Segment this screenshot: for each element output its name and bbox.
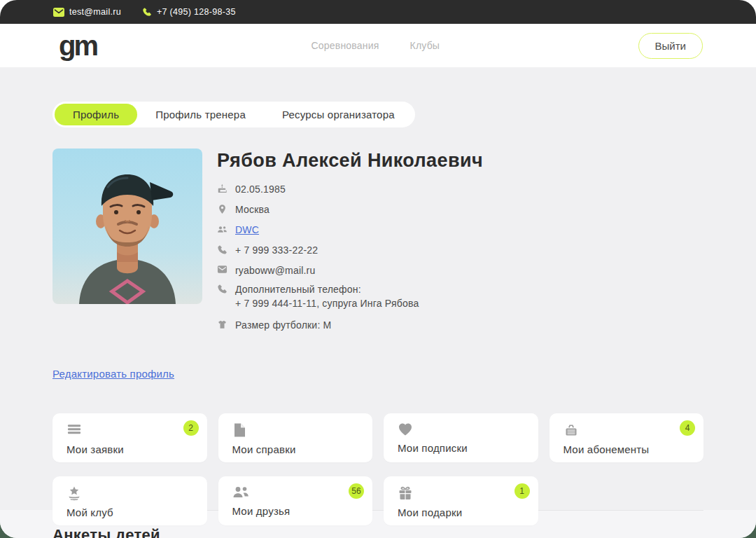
location-pin-icon bbox=[217, 203, 227, 217]
detail-city: Москва bbox=[217, 203, 483, 217]
card-my-friends[interactable]: Мои друзья 56 bbox=[218, 476, 373, 525]
tab-coach-profile[interactable]: Профиль тренера bbox=[137, 104, 264, 125]
detail-birth-date: 02.05.1985 bbox=[217, 183, 483, 197]
card-badge: 4 bbox=[680, 420, 695, 436]
detail-phone: + 7 999 333-22-22 bbox=[217, 244, 483, 258]
card-badge: 2 bbox=[183, 420, 199, 436]
main-nav: Соревнования Клубы bbox=[312, 40, 440, 51]
extra-phone-value: + 7 999 444-11-11, супруга Инга Рябова bbox=[235, 297, 419, 310]
topbar-email-text: test@mail.ru bbox=[69, 7, 121, 17]
nav-item-clubs[interactable]: Клубы bbox=[410, 40, 440, 51]
birth-date-text: 02.05.1985 bbox=[235, 183, 286, 195]
club-link[interactable]: DWC bbox=[235, 223, 259, 236]
extra-phone-block: Дополнительный телефон: + 7 999 444-11-1… bbox=[235, 283, 419, 311]
edit-profile-link[interactable]: Редактировать профиль bbox=[52, 368, 174, 380]
nav-item-competitions[interactable]: Соревнования bbox=[312, 40, 379, 51]
card-label: Мои подарки bbox=[398, 506, 524, 518]
envelope-icon bbox=[53, 8, 64, 17]
header: gm Соревнования Клубы Выйти bbox=[0, 24, 756, 67]
detail-club: DWC bbox=[217, 223, 483, 237]
card-label: Мой клуб bbox=[66, 506, 193, 518]
logo[interactable]: gm bbox=[59, 32, 97, 60]
logout-button[interactable]: Выйти bbox=[638, 33, 703, 59]
topbar-email-link[interactable]: test@mail.ru bbox=[53, 7, 121, 17]
profile-section: Рябов Алексей Николаевич 02.05.1985 Моск… bbox=[52, 149, 704, 339]
tab-organizer-resources[interactable]: Ресурсы организатора bbox=[264, 104, 413, 125]
main-content: Профиль Профиль тренера Ресурсы организа… bbox=[0, 67, 756, 510]
detail-extra-phone: Дополнительный телефон: + 7 999 444-11-1… bbox=[217, 283, 483, 312]
envelope-icon bbox=[217, 264, 227, 277]
card-label: Мои абонементы bbox=[564, 443, 690, 455]
card-label: Мои заявки bbox=[66, 443, 193, 455]
topbar-phone-text: +7 (495) 128-98-35 bbox=[157, 7, 236, 17]
card-my-applications[interactable]: Мои заявки 2 bbox=[52, 413, 207, 462]
detail-email: ryaboww@mail.ru bbox=[217, 264, 483, 277]
gift-icon bbox=[398, 485, 524, 501]
extra-phone-label: Дополнительный телефон: bbox=[235, 283, 419, 296]
detail-tshirt: Размер футболки: M bbox=[217, 319, 483, 333]
phone-text: + 7 999 333-22-22 bbox=[235, 244, 318, 256]
card-my-season-tickets[interactable]: Мои абонементы 4 bbox=[550, 413, 704, 462]
tshirt-size-text: Размер футболки: M bbox=[235, 319, 331, 331]
profile-photo bbox=[52, 149, 202, 304]
city-text: Москва bbox=[235, 203, 270, 216]
phone-icon bbox=[217, 244, 227, 258]
profile-cards: Мои заявки 2 Мои справки Мои подписки Мо… bbox=[52, 413, 704, 525]
app-window: test@mail.ru +7 (495) 128-98-35 gm Сорев… bbox=[0, 0, 756, 538]
card-label: Мои справки bbox=[232, 443, 359, 455]
profile-details: 02.05.1985 Москва DWC + 7 999 333-2 bbox=[217, 183, 483, 333]
team-icon bbox=[217, 223, 227, 237]
profile-info: Рябов Алексей Николаевич 02.05.1985 Моск… bbox=[217, 149, 483, 339]
phone-icon bbox=[142, 7, 152, 17]
children-section-title: Анкеты детей bbox=[52, 526, 704, 538]
card-label: Мои подписки bbox=[398, 442, 524, 454]
card-my-club[interactable]: Мой клуб bbox=[52, 476, 207, 525]
profile-tabs: Профиль Профиль тренера Ресурсы организа… bbox=[52, 102, 415, 127]
birthday-cake-icon bbox=[217, 183, 227, 197]
card-my-subscriptions[interactable]: Мои подписки bbox=[384, 413, 538, 462]
card-badge: 1 bbox=[514, 483, 530, 499]
topbar: test@mail.ru +7 (495) 128-98-35 bbox=[0, 0, 756, 24]
page: test@mail.ru +7 (495) 128-98-35 gm Сорев… bbox=[0, 0, 756, 538]
card-my-gifts[interactable]: Мои подарки 1 bbox=[384, 476, 538, 525]
card-my-certificates[interactable]: Мои справки bbox=[218, 413, 373, 462]
friends-icon bbox=[232, 485, 359, 499]
topbar-phone-link[interactable]: +7 (495) 128-98-35 bbox=[142, 7, 236, 17]
list-icon bbox=[66, 422, 193, 438]
email-text: ryaboww@mail.ru bbox=[235, 264, 315, 277]
heart-icon bbox=[398, 422, 524, 436]
card-badge: 56 bbox=[349, 483, 364, 499]
season-ticket-icon bbox=[564, 422, 690, 438]
card-label: Мои друзья bbox=[232, 505, 359, 517]
document-icon bbox=[232, 422, 359, 438]
club-star-icon bbox=[66, 485, 193, 501]
profile-name: Рябов Алексей Николаевич bbox=[217, 150, 483, 172]
tshirt-icon bbox=[217, 319, 227, 333]
tab-profile[interactable]: Профиль bbox=[55, 104, 137, 125]
phone-icon bbox=[217, 283, 227, 297]
